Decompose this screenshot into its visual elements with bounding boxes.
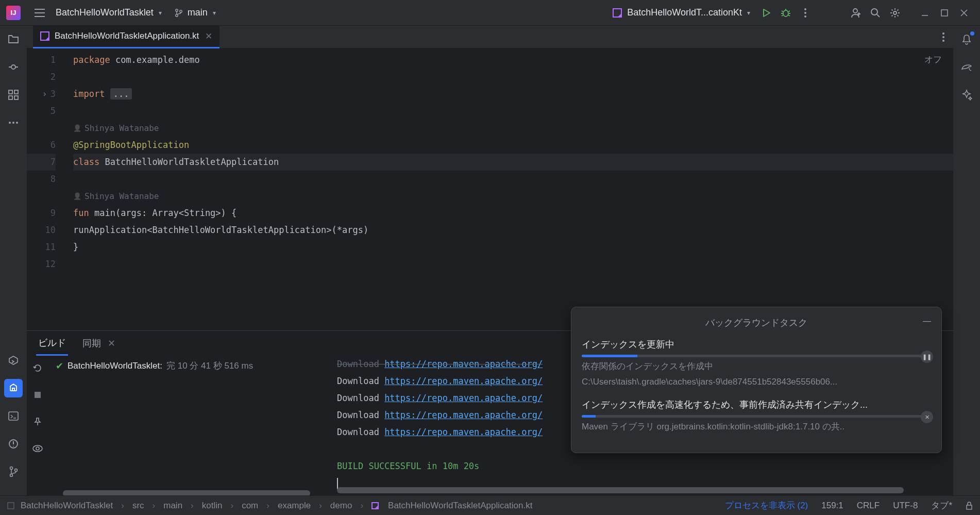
app-logo: IJ	[6, 6, 21, 20]
background-tasks-popup: バックグラウンドタスク — インデックスを更新中 依存関係のインデックスを作成中…	[571, 307, 942, 453]
svg-point-29	[36, 447, 39, 450]
svg-rect-12	[9, 90, 12, 94]
kotlin-icon	[40, 31, 49, 41]
line-gutter: 1 2 ›3 5 6 7 8 9 10 11 12	[27, 48, 67, 330]
rerun-icon[interactable]	[28, 359, 47, 377]
svg-rect-27	[35, 392, 41, 398]
svg-point-2	[180, 10, 182, 12]
settings-icon[interactable]	[885, 3, 905, 23]
notifications-icon[interactable]	[957, 30, 976, 48]
kotlin-icon	[613, 8, 622, 18]
left-tool-rail	[0, 26, 27, 495]
editor-tabs: BatchHelloWorldTaskletApplication.kt ✕	[27, 26, 953, 48]
svg-point-4	[804, 8, 806, 10]
svg-point-7	[853, 9, 857, 13]
build-result-row[interactable]: ✔ BatchHelloWorldTasklet: 完 10 分 41 秒 51…	[56, 360, 330, 372]
task-shared-index: インデックス作成を高速化するため、事前作成済み共有インデック... Maven …	[582, 398, 931, 433]
svg-point-16	[9, 122, 11, 124]
tab-sync[interactable]: 同期 ✕	[80, 332, 117, 355]
svg-rect-19	[9, 412, 18, 420]
svg-point-9	[893, 11, 897, 14]
chevron-down-icon: ▾	[213, 9, 216, 16]
svg-point-22	[10, 474, 13, 477]
maximize-window[interactable]	[935, 3, 954, 23]
close-tab-icon[interactable]: ✕	[108, 338, 115, 348]
minimize-window[interactable]	[915, 3, 935, 23]
structure-tool-icon[interactable]	[4, 86, 23, 104]
task-indexing: インデックスを更新中 依存関係のインデックスを作成中 C:\Users\tais…	[582, 338, 931, 388]
gradle-tool-icon[interactable]	[957, 58, 976, 76]
tab-options-icon[interactable]	[934, 27, 953, 47]
svg-rect-10	[941, 10, 948, 16]
commit-tool-icon[interactable]	[4, 58, 23, 76]
author-annotation: Shinya Watanabe	[73, 188, 953, 205]
pause-task-icon[interactable]: ❚❚	[921, 351, 933, 363]
svg-point-18	[16, 122, 18, 124]
svg-point-25	[942, 36, 944, 38]
svg-point-24	[942, 32, 944, 35]
chevron-down-icon: ▾	[747, 9, 750, 16]
editor-tab-active[interactable]: BatchHelloWorldTaskletApplication.kt ✕	[33, 26, 219, 48]
run-button[interactable]	[756, 3, 776, 23]
success-check-icon: ✔	[56, 360, 63, 372]
kotlin-icon	[371, 502, 379, 509]
breadcrumbs[interactable]: BatchHelloWorldTasklet› src› main› kotli…	[7, 501, 532, 511]
code-with-me-icon[interactable]	[846, 3, 866, 23]
right-tool-rail	[953, 26, 980, 495]
code-area[interactable]: package com.example.demo import ... Shin…	[67, 48, 953, 330]
tab-build[interactable]: ビルド	[36, 331, 68, 356]
svg-rect-13	[14, 90, 18, 94]
svg-point-23	[15, 469, 18, 472]
line-separator[interactable]: CRLF	[857, 501, 880, 511]
project-name: BatchHelloWorldTasklet	[56, 7, 154, 18]
svg-rect-31	[967, 505, 972, 509]
debug-button[interactable]	[776, 3, 796, 23]
vcs-tool-icon[interactable]	[4, 462, 23, 481]
file-encoding[interactable]: UTF-8	[893, 501, 918, 511]
build-tool-icon[interactable]	[4, 379, 23, 397]
run-config-selector[interactable]: BatchHelloWorldT...cationKt ▾	[606, 4, 756, 21]
build-tree[interactable]: ✔ BatchHelloWorldTasklet: 完 10 分 41 秒 51…	[48, 356, 337, 495]
close-window[interactable]	[954, 3, 974, 23]
inspections-toggle[interactable]: オフ	[924, 54, 942, 65]
bg-process-link[interactable]: プロセスを非表示 (2)	[725, 500, 808, 511]
services-tool-icon[interactable]	[4, 351, 23, 370]
svg-rect-14	[9, 96, 12, 99]
close-tab-icon[interactable]: ✕	[205, 31, 212, 42]
svg-point-6	[804, 15, 806, 18]
show-icon[interactable]	[28, 439, 47, 458]
svg-point-0	[176, 9, 178, 11]
svg-point-28	[33, 445, 42, 452]
title-bar: IJ BatchHelloWorldTasklet ▾ main ▾ Batch…	[0, 0, 980, 26]
branch-selector[interactable]: main ▾	[168, 4, 222, 21]
popup-title: バックグラウンドタスク	[582, 317, 931, 329]
readonly-lock-icon[interactable]	[966, 502, 973, 510]
indent-config[interactable]: タブ*	[931, 500, 952, 511]
svg-point-26	[942, 40, 944, 42]
run-config-name: BatchHelloWorldT...cationKt	[627, 7, 742, 18]
minimize-popup-icon[interactable]: —	[923, 317, 931, 326]
terminal-tool-icon[interactable]	[4, 407, 23, 425]
svg-point-21	[10, 467, 13, 470]
svg-point-17	[12, 122, 14, 124]
search-everywhere[interactable]	[866, 3, 885, 23]
progress-bar	[582, 355, 931, 357]
svg-point-1	[176, 14, 178, 16]
pin-icon[interactable]	[28, 412, 47, 431]
progress-bar	[582, 415, 931, 418]
hamburger-menu[interactable]	[30, 3, 49, 23]
problems-tool-icon[interactable]	[4, 435, 23, 453]
stop-icon[interactable]	[28, 386, 47, 404]
ai-assist-icon[interactable]	[957, 86, 976, 104]
more-tools-icon[interactable]	[4, 113, 23, 132]
more-actions[interactable]	[796, 3, 815, 23]
status-bar: BatchHelloWorldTasklet› src› main› kotli…	[0, 495, 980, 515]
svg-point-11	[11, 65, 15, 69]
caret-position[interactable]: 159:1	[821, 501, 843, 511]
editor[interactable]: 1 2 ›3 5 6 7 8 9 10 11 12 package com.ex…	[27, 48, 953, 330]
cancel-task-icon[interactable]: ✕	[921, 411, 933, 423]
project-tool-icon[interactable]	[4, 30, 23, 48]
svg-point-8	[871, 9, 877, 15]
chevron-down-icon: ▾	[159, 9, 162, 16]
project-selector[interactable]: BatchHelloWorldTasklet ▾	[49, 4, 168, 21]
